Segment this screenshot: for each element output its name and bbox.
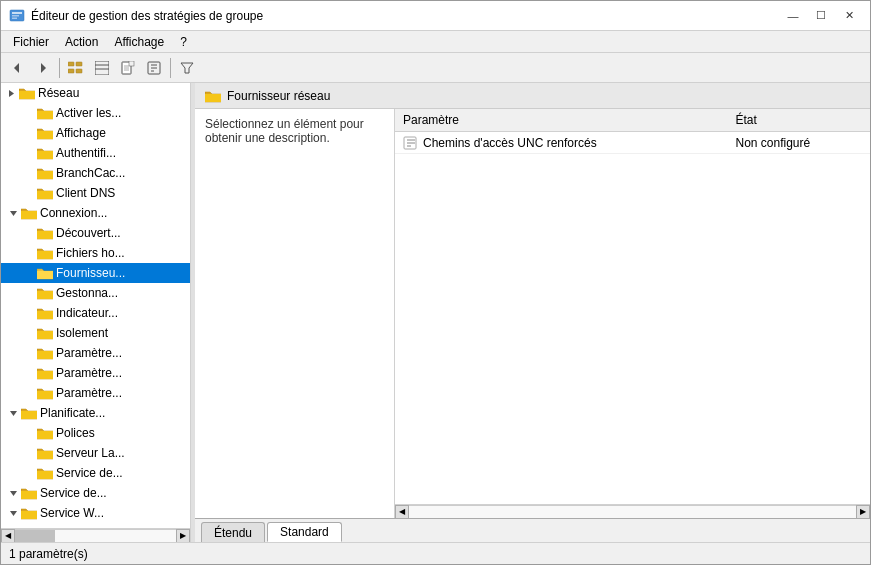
folder-icon-4	[37, 186, 53, 200]
tree-item-13[interactable]: Paramètre...	[1, 363, 190, 383]
toolbar	[1, 53, 870, 83]
expand-2	[21, 145, 37, 161]
expand-10	[21, 305, 37, 321]
panel-header-folder	[205, 89, 221, 103]
table-row[interactable]: Chemins d'accès UNC renforcés Non config…	[395, 132, 870, 154]
menu-affichage[interactable]: Affichage	[106, 33, 172, 51]
tree-item-4[interactable]: Client DNS	[1, 183, 190, 203]
tree-root-reseau[interactable]: Réseau	[1, 83, 190, 103]
close-button[interactable]: ✕	[836, 6, 862, 26]
forward-button[interactable]	[31, 56, 55, 80]
expand-13	[21, 365, 37, 381]
tree-item-20[interactable]: Service W...	[1, 503, 190, 523]
tree-item-3[interactable]: BranchCac...	[1, 163, 190, 183]
menu-fichier[interactable]: Fichier	[5, 33, 57, 51]
filter-button[interactable]	[175, 56, 199, 80]
folder-icon-6	[37, 226, 53, 240]
title-bar-left: Éditeur de gestion des stratégies de gro…	[9, 8, 263, 24]
content-hscroll: ◀ ▶	[395, 504, 870, 518]
tree-label-2: Authentifi...	[56, 146, 116, 160]
tree-item-11[interactable]: Isolement	[1, 323, 190, 343]
content-scroll-right[interactable]: ▶	[856, 505, 870, 519]
col-header-param[interactable]: Paramètre	[395, 109, 728, 132]
content-scroll-track[interactable]	[409, 505, 856, 519]
expand-5[interactable]	[5, 205, 21, 221]
expand-17	[21, 445, 37, 461]
expand-reseau[interactable]	[3, 85, 19, 101]
expand-20[interactable]	[5, 505, 21, 521]
tree-item-18[interactable]: Service de...	[1, 463, 190, 483]
menu-action[interactable]: Action	[57, 33, 106, 51]
tree-item-5[interactable]: Connexion...	[1, 203, 190, 223]
tree-hscroll: ◀ ▶	[1, 528, 190, 542]
properties-icon	[147, 61, 161, 75]
svg-marker-26	[10, 491, 17, 496]
folder-icon-15	[21, 406, 37, 420]
col-header-state[interactable]: État	[728, 109, 871, 132]
tree-icon	[68, 61, 84, 75]
minimize-button[interactable]: —	[780, 6, 806, 26]
toolbar-separator-1	[59, 58, 60, 78]
expand-14	[21, 385, 37, 401]
panel-header-title: Fournisseur réseau	[227, 89, 330, 103]
tree-item-15[interactable]: Planificate...	[1, 403, 190, 423]
menu-help[interactable]: ?	[172, 33, 195, 51]
expand-15[interactable]	[5, 405, 21, 421]
view-button[interactable]	[90, 56, 114, 80]
content-scroll-left[interactable]: ◀	[395, 505, 409, 519]
tree-item-16[interactable]: Polices	[1, 423, 190, 443]
tree-item-2[interactable]: Authentifi...	[1, 143, 190, 163]
svg-rect-3	[12, 17, 17, 19]
svg-marker-23	[9, 90, 14, 97]
svg-marker-25	[10, 411, 17, 416]
tree-item-7[interactable]: Fichiers ho...	[1, 243, 190, 263]
expand-16	[21, 425, 37, 441]
expand-19[interactable]	[5, 485, 21, 501]
tree-item-8[interactable]: Fournisseu...	[1, 263, 190, 283]
folder-icon-reseau	[19, 86, 35, 100]
svg-rect-14	[129, 61, 134, 66]
tree-item-1[interactable]: Affichage	[1, 123, 190, 143]
tree-label-20: Service W...	[40, 506, 104, 520]
tree-label-12: Paramètre...	[56, 346, 122, 360]
menu-bar: Fichier Action Affichage ?	[1, 31, 870, 53]
props-button[interactable]	[142, 56, 166, 80]
tree-scroll-track[interactable]	[15, 529, 176, 543]
svg-rect-7	[76, 62, 82, 66]
tree-scroll-right[interactable]: ▶	[176, 529, 190, 543]
main-content: Réseau Activer les... Affichage	[1, 83, 870, 542]
tree-item-6[interactable]: Découvert...	[1, 223, 190, 243]
tree-label-3: BranchCac...	[56, 166, 125, 180]
table-scroll[interactable]: Paramètre État	[395, 109, 870, 504]
tree-label-14: Paramètre...	[56, 386, 122, 400]
folder-icon-17	[37, 446, 53, 460]
tree-label-0: Activer les...	[56, 106, 121, 120]
forward-icon	[36, 61, 50, 75]
tree-item-17[interactable]: Serveur La...	[1, 443, 190, 463]
filter-icon	[180, 61, 194, 75]
tree-scroll-left[interactable]: ◀	[1, 529, 15, 543]
tree-item-9[interactable]: Gestonna...	[1, 283, 190, 303]
svg-marker-27	[10, 511, 17, 516]
tree-item-12[interactable]: Paramètre...	[1, 343, 190, 363]
tab-etendu[interactable]: Étendu	[201, 522, 265, 542]
tree-label-11: Isolement	[56, 326, 108, 340]
tree-item-10[interactable]: Indicateur...	[1, 303, 190, 323]
folder-icon-7	[37, 246, 53, 260]
maximize-button[interactable]: ☐	[808, 6, 834, 26]
tree-item-14[interactable]: Paramètre...	[1, 383, 190, 403]
back-button[interactable]	[5, 56, 29, 80]
tree-label-19: Service de...	[40, 486, 107, 500]
tree-label-7: Fichiers ho...	[56, 246, 125, 260]
folder-icon-19	[21, 486, 37, 500]
show-tree-button[interactable]	[64, 56, 88, 80]
description-text: Sélectionnez un élément pour obtenir une…	[205, 117, 364, 145]
tab-standard[interactable]: Standard	[267, 522, 342, 542]
tree-item-0[interactable]: Activer les...	[1, 103, 190, 123]
new-button[interactable]	[116, 56, 140, 80]
app-icon	[9, 8, 25, 24]
tree-item-19[interactable]: Service de...	[1, 483, 190, 503]
tree-scroll[interactable]: Réseau Activer les... Affichage	[1, 83, 190, 528]
title-bar-controls: — ☐ ✕	[780, 6, 862, 26]
tree-label-4: Client DNS	[56, 186, 115, 200]
